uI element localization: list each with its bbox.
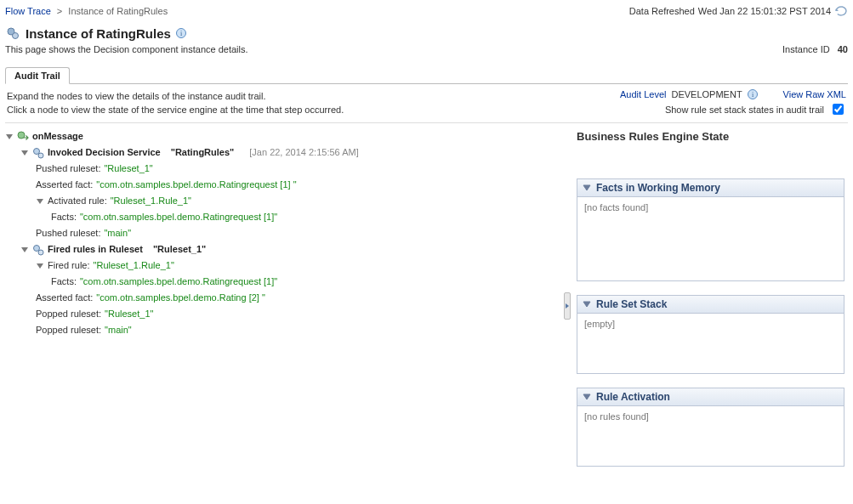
breadcrumb-separator: > xyxy=(54,6,65,16)
panel-body-facts: [no facts found] xyxy=(577,197,844,280)
hint-line-2: Click a node to view the state of the se… xyxy=(7,103,344,116)
panel-header-activation[interactable]: Rule Activation xyxy=(577,388,844,406)
instance-id: Instance ID 40 xyxy=(782,44,848,54)
chevron-down-icon[interactable] xyxy=(36,262,44,270)
tree-node-invoked-service[interactable]: Invoked Decision Service "RatingRules" [… xyxy=(20,144,561,161)
tree-leaf-value[interactable]: "com.otn.samples.bpel.demo.Ratingrequest… xyxy=(96,177,296,193)
gears-icon xyxy=(32,244,44,256)
svg-point-1 xyxy=(13,33,19,39)
tree-leaf-key: Fired rule: xyxy=(48,258,90,274)
instance-id-value: 40 xyxy=(833,44,848,54)
tree-node-label: onMessage xyxy=(32,128,83,144)
refreshed-time: Wed Jan 22 15:01:32 PST 2014 xyxy=(698,6,831,16)
tree-node-fired-rule[interactable]: Fired rule: "Ruleset_1.Rule_1" xyxy=(36,258,561,274)
tree-leaf-facts[interactable]: Facts: "com.otn.samples.bpel.demo.Rating… xyxy=(51,209,561,225)
stack-toggle-checkbox[interactable] xyxy=(833,104,844,115)
tree-leaf-pushed-ruleset[interactable]: Pushed ruleset: "main" xyxy=(36,225,561,241)
tree-node-label: Fired rules in Ruleset xyxy=(48,241,143,258)
audit-level-label: Audit Level xyxy=(620,89,666,99)
onmessage-icon xyxy=(17,131,29,143)
audit-trail-tree: onMessage Invok xyxy=(5,128,561,338)
audit-level-value: DEVELOPMENT xyxy=(671,89,742,99)
svg-point-9 xyxy=(34,245,40,251)
chevron-down-icon[interactable] xyxy=(5,133,14,141)
gears-icon xyxy=(32,147,44,159)
tree-leaf-key: Pushed ruleset: xyxy=(36,161,100,177)
tree-leaf-popped-ruleset[interactable]: Popped ruleset: "Ruleset_1" xyxy=(36,306,561,322)
hint-line-1: Expand the nodes to view the details of … xyxy=(7,89,344,103)
tree-leaf-key: Facts: xyxy=(51,209,77,225)
stack-toggle-label: Show rule set stack states in audit trai… xyxy=(665,105,824,115)
page-subtitle: This page shows the Decision component i… xyxy=(5,44,248,54)
panel-stack: Rule Set Stack [empty] xyxy=(577,295,844,374)
panel-header-label: Rule Set Stack xyxy=(596,298,667,310)
info-icon[interactable]: i xyxy=(176,28,186,38)
chevron-down-icon[interactable] xyxy=(583,300,591,309)
tree-leaf-key: Popped ruleset: xyxy=(36,306,101,322)
panel-body-activation: [no rules found] xyxy=(577,406,844,466)
breadcrumb: Flow Trace > Instance of RatingRules xyxy=(5,6,168,16)
breadcrumb-current: Instance of RatingRules xyxy=(68,6,168,16)
tree-leaf-key: Popped ruleset: xyxy=(36,322,101,338)
page-title: Instance of RatingRules xyxy=(26,26,171,41)
tree-node-activated-rule[interactable]: Activated rule: "Ruleset_1.Rule_1" xyxy=(36,193,561,209)
tree-leaf-pushed-ruleset[interactable]: Pushed ruleset: "Ruleset_1" xyxy=(36,161,561,177)
tree-leaf-value[interactable]: "com.otn.samples.bpel.demo.Rating [2] " xyxy=(96,290,265,306)
view-raw-xml-link[interactable]: View Raw XML xyxy=(783,89,846,99)
tree-node-timestamp: [Jan 22, 2014 2:15:56 AM] xyxy=(249,144,358,161)
tree-node-value: "Ruleset_1" xyxy=(153,241,206,258)
right-pane-title: Business Rules Engine State xyxy=(577,130,844,143)
tree-leaf-key: Asserted fact: xyxy=(36,177,93,193)
breadcrumb-root-link[interactable]: Flow Trace xyxy=(5,6,51,16)
refreshed-prefix: Data Refreshed xyxy=(629,6,695,16)
panel-facts: Facts in Working Memory [no facts found] xyxy=(577,178,844,281)
svg-point-10 xyxy=(38,250,43,255)
tree-leaf-value[interactable]: "Ruleset_1" xyxy=(104,161,152,177)
tree-node-value: "RatingRules" xyxy=(171,144,235,161)
tree-leaf-key: Asserted fact: xyxy=(36,290,93,306)
panel-header-label: Facts in Working Memory xyxy=(596,182,720,194)
tree-leaf-popped-ruleset[interactable]: Popped ruleset: "main" xyxy=(36,322,561,338)
chevron-down-icon[interactable] xyxy=(36,197,44,206)
panel-header-label: Rule Activation xyxy=(596,391,670,403)
tree-leaf-key: Facts: xyxy=(51,274,77,290)
data-refreshed-label: Data Refreshed Wed Jan 22 15:01:32 PST 2… xyxy=(629,5,848,17)
tree-leaf-value[interactable]: "main" xyxy=(104,225,131,241)
tree-leaf-key: Activated rule: xyxy=(48,193,107,209)
audit-level-info-icon[interactable]: i xyxy=(748,89,758,99)
svg-point-7 xyxy=(34,148,40,154)
audit-trail-hint: Expand the nodes to view the details of … xyxy=(7,89,344,116)
tree-leaf-value[interactable]: "com.otn.samples.bpel.demo.Ratingrequest… xyxy=(80,274,277,290)
tree-leaf-value[interactable]: "main" xyxy=(105,322,132,338)
svg-point-8 xyxy=(38,153,43,158)
tree-leaf-value[interactable]: "Ruleset_1.Rule_1" xyxy=(111,193,191,209)
tree-leaf-value[interactable]: "com.otn.samples.bpel.demo.Ratingrequest… xyxy=(80,209,277,225)
tree-node-label: Invoked Decision Service xyxy=(48,144,161,161)
tree-leaf-asserted-fact[interactable]: Asserted fact: "com.otn.samples.bpel.dem… xyxy=(36,290,561,306)
tree-leaf-facts[interactable]: Facts: "com.otn.samples.bpel.demo.Rating… xyxy=(51,274,561,290)
tree-node-fired-rules[interactable]: Fired rules in Ruleset "Ruleset_1" xyxy=(20,241,561,258)
svg-point-6 xyxy=(18,132,25,139)
panel-header-stack[interactable]: Rule Set Stack xyxy=(577,296,844,314)
chevron-down-icon[interactable] xyxy=(583,184,591,192)
instance-icon xyxy=(5,25,20,41)
chevron-down-icon[interactable] xyxy=(583,393,591,401)
refresh-icon[interactable] xyxy=(834,5,848,17)
instance-id-label: Instance ID xyxy=(782,44,830,54)
panel-body-stack: [empty] xyxy=(577,314,844,373)
chevron-down-icon[interactable] xyxy=(20,246,29,254)
panel-header-facts[interactable]: Facts in Working Memory xyxy=(577,179,844,197)
tree-leaf-asserted-fact[interactable]: Asserted fact: "com.otn.samples.bpel.dem… xyxy=(36,177,561,193)
tree-leaf-key: Pushed ruleset: xyxy=(36,225,100,241)
chevron-down-icon[interactable] xyxy=(20,149,29,157)
tabstrip: Audit Trail xyxy=(5,66,848,84)
tab-audit-trail[interactable]: Audit Trail xyxy=(5,67,70,84)
tree-node-onmessage[interactable]: onMessage xyxy=(5,128,561,144)
tree-leaf-value[interactable]: "Ruleset_1.Rule_1" xyxy=(94,258,174,274)
tree-leaf-value[interactable]: "Ruleset_1" xyxy=(105,306,153,322)
panel-activation: Rule Activation [no rules found] xyxy=(577,388,844,467)
